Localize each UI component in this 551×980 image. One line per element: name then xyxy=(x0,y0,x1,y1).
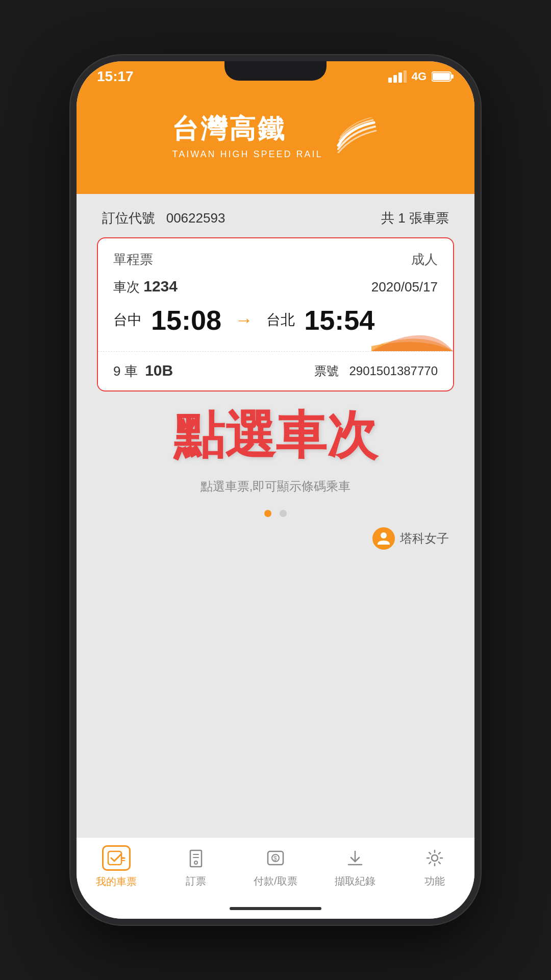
svg-rect-2 xyxy=(398,72,402,83)
ticket-number: 票號 2901501387770 xyxy=(314,363,438,379)
pagination-dot-2 xyxy=(280,510,287,517)
payment-icon: $ xyxy=(263,846,288,870)
dep-station: 台中 xyxy=(113,310,142,330)
status-time: 15:17 xyxy=(97,68,134,85)
arrow-icon: → xyxy=(235,309,253,331)
nav-records[interactable]: 擷取紀錄 xyxy=(330,846,381,888)
logo-zh: 台灣高鐵 xyxy=(172,111,322,147)
svg-point-7 xyxy=(381,532,387,538)
nav-book-label: 訂票 xyxy=(186,874,206,888)
my-tickets-icon-box xyxy=(102,845,131,871)
booking-header: 訂位代號 00622593 共 1 張車票 xyxy=(97,209,454,227)
ticket-top: 單程票 成人 車次 1234 2020/05/17 台中 15:08 xyxy=(98,238,453,352)
train-row: 車次 1234 2020/05/17 xyxy=(113,278,438,296)
svg-rect-8 xyxy=(108,851,121,865)
network-label: 4G xyxy=(412,70,427,83)
bottom-nav: 我的車票 訂票 xyxy=(77,837,474,898)
logo-text: 台灣高鐵 TAIWAN HIGH SPEED RAIL xyxy=(172,111,322,160)
my-tickets-icon xyxy=(107,850,126,866)
train-number: 車次 1234 xyxy=(113,278,178,296)
train-date: 2020/05/17 xyxy=(371,279,438,295)
watermark-avatar xyxy=(372,527,395,550)
app-header: 台灣高鐵 TAIWAN HIGH SPEED RAIL xyxy=(77,92,474,194)
seat-row: 9 車 10B 票號 2901501387770 xyxy=(113,362,438,380)
nav-settings[interactable]: 功能 xyxy=(409,846,460,888)
screen: 15:17 4G xyxy=(77,61,474,919)
arr-time: 15:54 xyxy=(304,304,374,336)
content-area: 訂位代號 00622593 共 1 張車票 單程票 xyxy=(77,194,474,837)
svg-rect-6 xyxy=(433,73,450,80)
seat-info: 9 車 10B xyxy=(113,362,173,380)
pagination-dot-1 xyxy=(264,510,271,517)
records-icon xyxy=(343,846,367,870)
nav-my-tickets-label: 我的車票 xyxy=(96,875,137,889)
signal-icon xyxy=(388,70,407,83)
svg-rect-0 xyxy=(388,78,392,83)
battery-icon xyxy=(432,70,454,83)
arr-station: 台北 xyxy=(266,310,295,330)
ticket-type: 單程票 xyxy=(113,251,153,268)
logo-en: TAIWAN HIGH SPEED RAIL xyxy=(172,149,322,160)
booking-number: 訂位代號 00622593 xyxy=(102,209,225,227)
phone-frame: 15:17 4G xyxy=(77,61,474,919)
book-icon xyxy=(184,846,208,870)
nav-records-label: 擷取紀錄 xyxy=(335,874,375,888)
nav-payment[interactable]: $ 付款/取票 xyxy=(250,846,301,888)
svg-rect-5 xyxy=(451,75,454,79)
svg-rect-3 xyxy=(404,70,407,83)
rail-icon xyxy=(333,117,379,153)
annotation: 點選車次 xyxy=(97,407,454,463)
home-indicator xyxy=(77,898,474,919)
ticket-count: 共 1 張車票 xyxy=(381,209,449,227)
notch xyxy=(224,61,327,81)
settings-icon xyxy=(422,846,447,870)
ticket-wave xyxy=(371,315,453,351)
watermark-label: 塔科女子 xyxy=(400,530,449,547)
annotation-main: 點選車次 xyxy=(97,407,454,463)
ticket-type-row: 單程票 成人 xyxy=(113,251,438,268)
nav-payment-label: 付款/取票 xyxy=(254,874,297,888)
dep-time: 15:08 xyxy=(151,304,221,336)
watermark: 塔科女子 xyxy=(97,527,454,550)
ticket-card[interactable]: 單程票 成人 車次 1234 2020/05/17 台中 15:08 xyxy=(97,237,454,391)
bottom-hint: 點選車票,即可顯示條碼乘車 xyxy=(97,478,454,495)
home-bar xyxy=(230,907,321,910)
ticket-passenger: 成人 xyxy=(411,251,438,268)
svg-text:$: $ xyxy=(273,855,277,862)
svg-point-13 xyxy=(432,855,438,861)
nav-my-tickets[interactable]: 我的車票 xyxy=(91,845,142,889)
svg-point-9 xyxy=(194,861,197,864)
nav-book[interactable]: 訂票 xyxy=(170,846,221,888)
pagination xyxy=(97,510,454,517)
ticket-bottom: 9 車 10B 票號 2901501387770 xyxy=(98,352,453,390)
svg-rect-1 xyxy=(393,75,397,83)
status-icons: 4G xyxy=(388,70,454,83)
nav-settings-label: 功能 xyxy=(424,874,445,888)
